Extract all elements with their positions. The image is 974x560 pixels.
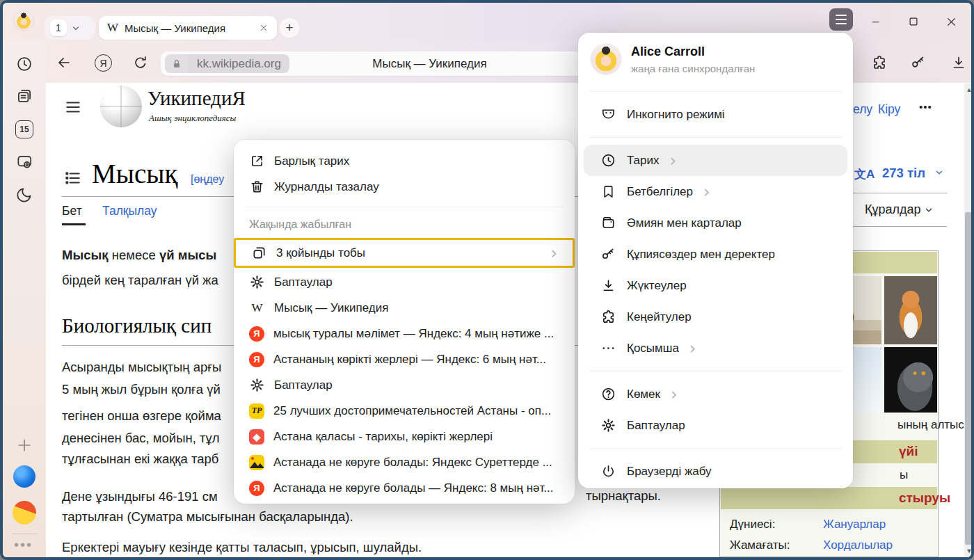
- dark-mode-icon[interactable]: [15, 185, 34, 205]
- menu-item-yandex[interactable]: Ямысық туралы мәлімет — Яндекс: 4 мың нә…: [234, 321, 575, 346]
- menu-divider: [589, 91, 842, 92]
- wiki-sidebar-toggle-icon[interactable]: [64, 98, 82, 119]
- maximize-button[interactable]: [902, 11, 925, 32]
- yandex-mail-icon[interactable]: [13, 501, 36, 525]
- menu-item-question[interactable]: Көмек›: [584, 378, 847, 410]
- profile-sync-status: жаңа ғана синхрондалған: [631, 63, 755, 74]
- tools-rule: [853, 226, 947, 227]
- menu-item-gear[interactable]: Баптаулар: [234, 372, 575, 398]
- tools-chevron-icon[interactable]: [924, 205, 934, 218]
- menu-item-gear[interactable]: Баптаулар: [584, 410, 847, 441]
- lang-icon[interactable]: 文A: [854, 166, 875, 182]
- close-button[interactable]: [939, 11, 963, 32]
- history-icon[interactable]: [15, 54, 34, 74]
- menu-item-incognito[interactable]: Инкогнито режимі: [584, 99, 847, 130]
- scroll-up-icon[interactable]: ▲: [964, 86, 974, 93]
- infobox-row-fragment: ы: [900, 468, 908, 482]
- infobox-row: Табы:Сүткоректілер: [720, 556, 938, 560]
- menu-item-yandex[interactable]: ЯАстанада не көруге болады — Яндекс: 8 м…: [234, 475, 575, 501]
- lang-rule: [853, 193, 947, 193]
- menu-item-tab-group[interactable]: 3 қойынды тобы›: [236, 240, 573, 266]
- toc-icon[interactable]: [64, 169, 82, 190]
- chevron-right-icon: ›: [670, 152, 677, 169]
- scroll-down-icon[interactable]: ▼: [964, 547, 974, 554]
- menu-item-label: Астанада не көруге болады — Яндекс: 8 мы…: [273, 481, 559, 495]
- scrollbar-thumb[interactable]: [965, 212, 973, 545]
- menu-item-wallet[interactable]: Әмиян мен карталар: [584, 207, 847, 239]
- close-tab-icon[interactable]: [259, 23, 269, 33]
- lang-chevron-icon[interactable]: [934, 168, 944, 180]
- wiki-signup-link[interactable]: елу: [853, 102, 872, 117]
- passwords-icon[interactable]: [910, 54, 928, 72]
- tab-page[interactable]: Бет: [62, 204, 82, 218]
- profile-header[interactable]: Alice Carroll жаңа ғана синхрондалған: [578, 42, 853, 84]
- wiki-more-icon[interactable]: •••: [919, 101, 932, 113]
- infobox-row: Жамағаты:Хордалылар: [720, 535, 938, 556]
- edit-link[interactable]: [өңдеу: [191, 173, 224, 186]
- menu-item-gear[interactable]: Баптаулар: [234, 269, 575, 295]
- chevron-right-icon: ›: [689, 340, 696, 357]
- menu-item-yandex[interactable]: ЯАстананың көрікті жерлері — Яндекс: 6 м…: [234, 346, 575, 372]
- infobox-row: Дүниесі:Жануарлар: [720, 514, 938, 535]
- back-icon[interactable]: [56, 54, 74, 72]
- menu-item-bookmark[interactable]: Бетбелгілер›: [584, 176, 847, 207]
- refresh-icon[interactable]: [132, 54, 150, 72]
- menu-divider: [245, 207, 564, 207]
- menu-item-trash[interactable]: Журналды тазалау: [234, 174, 575, 200]
- new-tab-button[interactable]: +: [280, 18, 299, 38]
- browser-menu-button[interactable]: [829, 8, 853, 31]
- menu-item-travel[interactable]: ◈Астана қаласы - тарихы, көрікті жерлері: [234, 424, 575, 449]
- yandex-button[interactable]: Я: [95, 54, 112, 72]
- paragraph-line: Асыранды мысықтың арғы: [62, 360, 221, 375]
- menu-item-images[interactable]: Астанада не көруге болады: Яндекс Суретт…: [234, 449, 575, 475]
- menu-item-download[interactable]: Жүктеулер: [584, 270, 847, 301]
- tab-talk[interactable]: Талқылау: [102, 204, 157, 218]
- profile-avatar[interactable]: [14, 11, 33, 31]
- wiki-logo-title[interactable]: УикипедиЯ: [147, 87, 246, 110]
- notes-icon[interactable]: [15, 86, 34, 106]
- screenshot-icon[interactable]: [15, 152, 34, 172]
- sidebar-more-icon[interactable]: •••: [14, 537, 33, 553]
- wikipedia-logo-globe[interactable]: [100, 86, 142, 127]
- downloads-icon[interactable]: [950, 54, 968, 72]
- chevron-right-icon: ›: [671, 386, 678, 403]
- calendar-icon[interactable]: 15: [15, 120, 34, 139]
- menu-item-puzzle[interactable]: Кеңейтулер: [584, 301, 847, 333]
- menu-item-tripadvisor[interactable]: TP25 лучших достопримечательностей Астан…: [234, 398, 575, 424]
- add-panel-icon[interactable]: [15, 435, 34, 455]
- menu-item-label: Мысық — Уикипедия: [274, 301, 559, 315]
- tab-group-pill[interactable]: 1: [45, 16, 95, 40]
- history-menu: Барлық тарихЖурналды тазалауЖақында жабы…: [234, 140, 575, 504]
- menu-item-label: Көмек: [627, 387, 660, 401]
- menu-item-external-link[interactable]: Барлық тарих: [234, 148, 575, 174]
- menu-item-dots[interactable]: Қосымша›: [584, 333, 847, 364]
- tools-label[interactable]: Құралдар: [865, 202, 921, 217]
- tab-title: Мысық — Уикипедия: [125, 22, 253, 34]
- menu-avatar: [591, 44, 621, 74]
- taxon-link[interactable]: Хордалылар: [823, 538, 893, 552]
- article-title: Мысық: [92, 158, 177, 189]
- infobox-band2: стыруы: [721, 487, 937, 509]
- taxon-link[interactable]: Жануарлар: [823, 518, 886, 531]
- paragraph-line: бірдей кең таралған үй жа: [62, 273, 218, 288]
- menu-item-label: Қосымша: [627, 342, 679, 355]
- cat-photo-orange-white: [884, 276, 937, 344]
- menu-item-wikipedia[interactable]: WМысық — Уикипедия: [234, 295, 575, 321]
- menu-item-power[interactable]: Браузерді жабу: [584, 456, 847, 487]
- alice-assistant-icon[interactable]: [13, 465, 35, 488]
- browser-window: 1 W Мысық — Уикипедия + 15: [0, 0, 974, 560]
- lang-count[interactable]: 273 тіл: [882, 166, 925, 181]
- lock-icon[interactable]: [165, 54, 189, 73]
- active-tab[interactable]: W Мысық — Уикипедия: [99, 16, 277, 40]
- wiki-login-link[interactable]: Кіру: [878, 102, 900, 117]
- extensions-icon[interactable]: [871, 54, 889, 72]
- paragraph-line: тегінен онша өзгере қойма: [62, 408, 221, 424]
- domain-chip[interactable]: kk.wikipedia.org: [189, 54, 289, 73]
- chevron-down-icon: [71, 23, 81, 33]
- menu-item-label: Баптаулар: [274, 275, 559, 289]
- scrollbar[interactable]: ▲ ▼: [964, 83, 974, 557]
- minimize-button[interactable]: [864, 11, 888, 32]
- menu-item-label: Астанада не көруге болады: Яндекс Суретт…: [273, 456, 559, 470]
- menu-item-clock[interactable]: Тарих›: [584, 145, 847, 176]
- menu-item-key[interactable]: Құпиясөздер мен деректер: [584, 239, 847, 270]
